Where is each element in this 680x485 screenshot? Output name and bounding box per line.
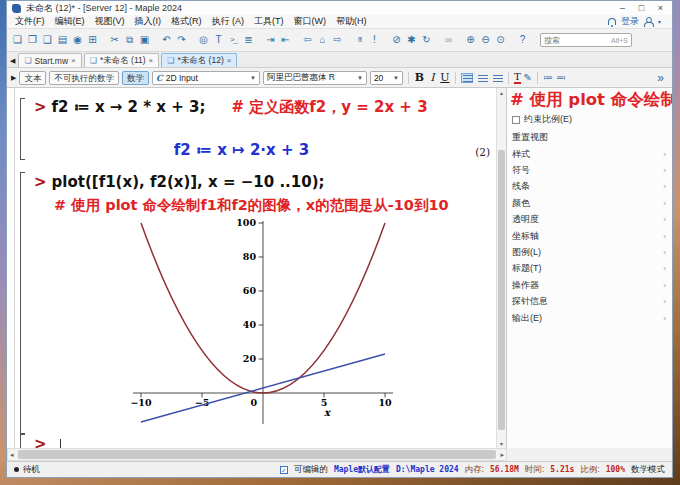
print-preview-icon[interactable]: ◉ xyxy=(70,30,85,50)
align-center-button[interactable] xyxy=(476,73,488,83)
insert-section-icon[interactable]: ≣ xyxy=(241,30,256,50)
login-button[interactable]: 登录 xyxy=(621,15,639,28)
notification-bell-icon[interactable] xyxy=(608,18,616,25)
search-box[interactable]: Alt+S xyxy=(540,33,632,47)
font-dropdown[interactable]: 阿里巴巴普惠体 R ▼ xyxy=(263,71,367,85)
scroll-left-icon[interactable]: ◂ xyxy=(10,449,14,460)
more-tools-chevron[interactable]: » xyxy=(657,71,668,85)
align-right-button[interactable] xyxy=(491,73,503,83)
style-dropdown[interactable]: C 2D Input ▼ xyxy=(152,71,260,85)
zoom-out-icon[interactable]: ⊖ xyxy=(478,30,493,50)
restart-icon[interactable]: ↻ xyxy=(419,30,434,50)
panel-item-style[interactable]: 样式› xyxy=(507,146,672,162)
zoom-in-icon[interactable]: ⊕ xyxy=(463,30,478,50)
indent-icon[interactable]: ⇥ xyxy=(263,30,278,50)
vertical-scroll-thumb[interactable] xyxy=(498,150,505,430)
undo-icon[interactable]: ↶ xyxy=(159,30,174,50)
scroll-right-icon[interactable]: ▸ xyxy=(500,449,504,460)
tab-close-icon[interactable]: × xyxy=(71,56,76,65)
print-icon[interactable]: ▤ xyxy=(55,30,70,50)
panel-item-output[interactable]: 输出(E)› xyxy=(507,310,672,326)
menu-view[interactable]: 视图(V) xyxy=(90,15,130,28)
back-icon[interactable]: ⇦ xyxy=(300,30,315,50)
panel-item-axes[interactable]: 坐标轴› xyxy=(507,228,672,244)
hyperlink-icon[interactable]: ∞ xyxy=(441,30,456,50)
account-caret-icon[interactable]: ▾ xyxy=(658,18,661,25)
menu-edit[interactable]: 编辑(E) xyxy=(50,15,90,28)
editable-checkbox[interactable]: ✓ xyxy=(280,466,288,474)
debug-icon[interactable]: ✱ xyxy=(404,30,419,50)
tab-scroll-left-icon[interactable]: ◀ xyxy=(9,57,18,67)
reset-view-button[interactable]: 重置视图 xyxy=(512,131,548,144)
help-icon[interactable]: ? xyxy=(515,30,530,50)
align-left-button[interactable] xyxy=(461,73,473,83)
menu-help[interactable]: 帮助(H) xyxy=(331,15,372,28)
empty-input-line[interactable]: > xyxy=(34,435,61,448)
plot-output[interactable]: −10 −5 0 5 10 20 40 60 80 100 x xyxy=(103,218,408,432)
panel-item-color[interactable]: 颜色› xyxy=(507,195,672,211)
search-input[interactable] xyxy=(544,36,599,45)
minimize-button[interactable]: – xyxy=(613,2,632,15)
bold-button[interactable]: B xyxy=(414,71,425,84)
italic-button[interactable]: I xyxy=(428,71,437,84)
font-color-button[interactable]: T xyxy=(514,72,521,84)
outdent-icon[interactable]: ⇤ xyxy=(278,30,293,50)
highlight-pen-icon[interactable]: ✎ xyxy=(524,72,532,83)
new-document-icon[interactable]: ❏ xyxy=(10,30,25,50)
text-mode-button[interactable]: 文本 xyxy=(19,71,46,85)
cut-icon[interactable]: ✂ xyxy=(107,30,122,50)
paste-icon[interactable]: ▣ xyxy=(137,30,152,50)
panel-item-probe-info[interactable]: 探针信息› xyxy=(507,294,672,310)
math-mode-button[interactable]: 数学 xyxy=(122,71,149,85)
input-line-f2[interactable]: >f2 ≔ x → 2 * x + 3;# 定义函数f2，y = 2x + 3 xyxy=(34,98,428,117)
font-size-dropdown[interactable]: 20 ▼ xyxy=(370,71,403,85)
horizontal-scrollbar[interactable]: ◂ ▸ xyxy=(7,448,507,461)
panel-item-title[interactable]: 标题(T)› xyxy=(507,261,672,277)
open-file-icon[interactable]: ❐ xyxy=(25,30,40,50)
vertical-scrollbar[interactable]: ▴ ▾ xyxy=(496,88,506,448)
panel-item-legend[interactable]: 图例(L)› xyxy=(507,244,672,260)
zoom-reset-icon[interactable]: ⊙ xyxy=(493,30,508,50)
scroll-down-icon[interactable]: ▾ xyxy=(497,440,506,447)
tab-close-icon[interactable]: × xyxy=(149,56,154,65)
execute-all-icon[interactable]: !!! xyxy=(352,30,367,50)
panel-item-manipulator[interactable]: 操作器› xyxy=(507,277,672,293)
numbered-list-button[interactable]: ≕ xyxy=(556,72,566,83)
menu-tools[interactable]: 工具(T) xyxy=(249,15,289,28)
bullet-list-button[interactable]: ≔ xyxy=(543,72,553,83)
account-person-icon[interactable] xyxy=(644,17,653,26)
constrained-scaling-row[interactable]: 约束比例(E) xyxy=(512,113,572,126)
menu-format[interactable]: 格式(R) xyxy=(166,15,207,28)
menu-file[interactable]: 文件(F) xyxy=(10,15,50,28)
close-button[interactable]: × xyxy=(651,2,670,15)
nonexecutable-math-button[interactable]: 不可执行的数学 xyxy=(49,71,119,85)
find-icon[interactable]: ◎ xyxy=(196,30,211,50)
constrained-scaling-checkbox[interactable] xyxy=(512,116,520,124)
tab-close-icon[interactable]: × xyxy=(227,56,232,65)
worksheet[interactable]: >f2 ≔ x → 2 * x + 3;# 定义函数f2，y = 2x + 3 … xyxy=(7,88,496,448)
tab-untitled-12[interactable]: ❏ *未命名 (12) × xyxy=(161,53,237,67)
tab-untitled-11[interactable]: ❏ *未命名 (11) × xyxy=(84,53,160,67)
redo-icon[interactable]: ↷ xyxy=(174,30,189,50)
save-icon[interactable]: ❑ xyxy=(40,30,55,50)
home-icon[interactable]: ⌂ xyxy=(315,30,330,50)
execute-icon[interactable]: ! xyxy=(367,30,382,50)
scroll-up-icon[interactable]: ▴ xyxy=(497,89,506,96)
interrupt-icon[interactable]: ⊘ xyxy=(389,30,404,50)
tab-start-mw[interactable]: ❏ Start.mw × xyxy=(18,53,81,67)
menu-execute[interactable]: 执行 (A) xyxy=(207,15,250,28)
format-scroll-icon[interactable]: ▶ xyxy=(11,74,16,82)
export-icon[interactable]: ⊞ xyxy=(85,30,100,50)
insert-exec-group-icon[interactable]: >_ xyxy=(226,30,241,50)
input-line-plot[interactable]: >plot([f1(x), f2(x)], x = −10 ..10); xyxy=(34,173,325,191)
copy-icon[interactable]: ⧉ xyxy=(122,30,137,50)
panel-item-line[interactable]: 线条› xyxy=(507,179,672,195)
underline-button[interactable]: U xyxy=(440,71,450,84)
horizontal-scroll-thumb[interactable] xyxy=(18,450,496,459)
panel-item-transparency[interactable]: 透明度› xyxy=(507,212,672,228)
forward-icon[interactable]: ⇨ xyxy=(330,30,345,50)
menu-insert[interactable]: 插入(I) xyxy=(130,15,167,28)
insert-text-icon[interactable]: T xyxy=(211,30,226,50)
menu-window[interactable]: 窗口(W) xyxy=(289,15,332,28)
panel-item-symbol[interactable]: 符号› xyxy=(507,162,672,178)
